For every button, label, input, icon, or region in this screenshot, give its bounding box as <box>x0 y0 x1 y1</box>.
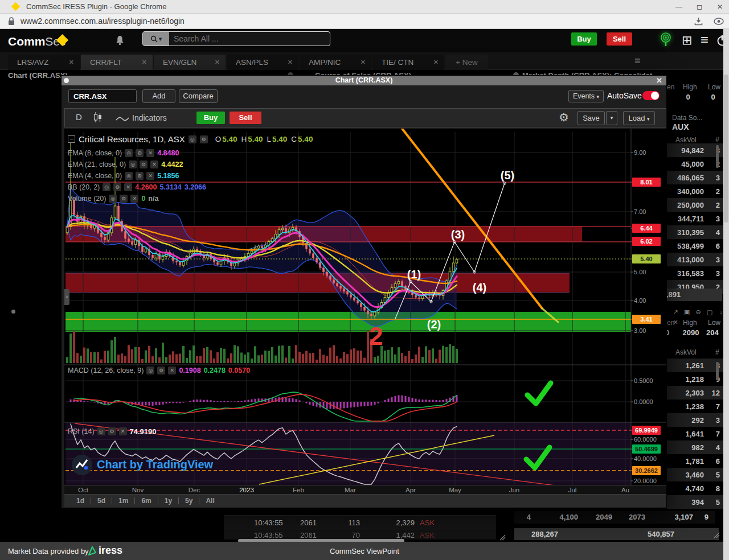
range-all[interactable]: All <box>199 497 220 505</box>
range-1m[interactable]: 1m <box>112 497 134 505</box>
gear-icon[interactable]: ⚙ <box>559 110 569 124</box>
chart-sell-button[interactable]: Sell <box>230 112 261 124</box>
depth-row[interactable]: 413,0003 <box>663 253 723 266</box>
add-button[interactable]: Add <box>142 89 175 103</box>
depth-row[interactable]: 3,4605 <box>663 468 723 481</box>
sidebar-scrollbar-thumb[interactable] <box>716 145 719 168</box>
ask-volume: 538,499 <box>663 242 704 250</box>
tab-crr-flt[interactable]: CRR/FLT✕ <box>81 55 153 70</box>
svg-text:7.00: 7.00 <box>634 208 646 215</box>
range-1d[interactable]: 1d <box>70 497 91 505</box>
window-close-icon[interactable]: ✕ <box>711 1 728 13</box>
ask-total: 540,857 <box>648 530 674 538</box>
save-button[interactable]: Save <box>578 111 605 125</box>
chart-window-close-icon[interactable]: ✕ <box>656 76 662 85</box>
chart-buy-button[interactable]: Buy <box>196 112 225 124</box>
window-title: CommSec IRESS Plugin - Google Chrome <box>26 2 166 11</box>
depth-row[interactable]: 1,6417 <box>663 427 723 440</box>
range-1y[interactable]: 1y <box>158 497 178 505</box>
tab-list-icon[interactable]: ≡ <box>634 55 641 67</box>
tradingview-attribution[interactable]: Chart by TradingView <box>97 458 213 471</box>
minimize-panel-icon[interactable]: ⊖ <box>693 308 704 316</box>
eye-icon[interactable] <box>714 18 724 25</box>
autosave-toggle[interactable] <box>642 91 660 100</box>
download-icon[interactable] <box>694 17 703 26</box>
save-options-button[interactable]: ▾ <box>606 111 617 125</box>
ask-volume: 394 <box>663 498 704 507</box>
depth-row[interactable]: 3945 <box>663 495 723 509</box>
url-text[interactable]: www2.commsec.com.au/iressplugin-net6/log… <box>21 17 185 26</box>
data-source-value: AUX <box>672 122 689 131</box>
depth-row[interactable]: 316,5833 <box>663 266 723 280</box>
add-panel-icon[interactable]: ⊞ <box>682 33 692 48</box>
depth-row[interactable]: 1,7816 <box>663 454 723 468</box>
depth-row[interactable]: 1,2387 <box>663 400 723 413</box>
left-dot-icon <box>11 310 15 314</box>
menu-icon[interactable]: ≡ <box>701 32 708 48</box>
tab-lrs-avz[interactable]: LRS/AVZ✕ <box>8 55 80 70</box>
ask-volume: 45,000 <box>663 160 704 168</box>
symbol-input[interactable] <box>68 89 137 103</box>
chart-window-titlebar[interactable]: Chart (CRR.ASX) <box>62 76 666 85</box>
depth-row[interactable]: 94,8423 <box>663 143 723 157</box>
depth-row[interactable]: 2923 <box>663 413 723 427</box>
pane-expand-handle[interactable]: › <box>64 289 69 305</box>
status-beacon-icon[interactable] <box>659 31 673 48</box>
tab-evn-gln[interactable]: EVN/GLN✕ <box>154 55 226 70</box>
depth-row[interactable]: 310,3954 <box>663 225 723 239</box>
trade-side: ASK <box>420 518 438 527</box>
time-axis[interactable]: OctNovDec2023FebMarAprMayJunJulAu <box>64 485 666 494</box>
depth-row[interactable]: 2,30312 <box>663 386 723 400</box>
bell-icon[interactable] <box>115 35 125 46</box>
order-count: 12 <box>704 389 720 397</box>
interval-button[interactable]: D <box>76 112 82 122</box>
search-input[interactable] <box>169 34 330 43</box>
tradingview-logo-icon[interactable] <box>72 455 92 475</box>
depth-row[interactable]: 4,7408 <box>663 481 723 495</box>
sidebar-scrollbar-thumb[interactable] <box>716 362 719 380</box>
split-icon[interactable]: ▢ <box>704 308 715 316</box>
candle-style-icon[interactable] <box>93 112 103 124</box>
depth-row[interactable]: 250,0002 <box>663 198 723 212</box>
load-dropdown[interactable]: Load ▾ <box>623 111 655 125</box>
tab-close-icon[interactable]: ✕ <box>433 59 444 66</box>
resize-handle-icon[interactable] <box>713 532 720 538</box>
header-sell-button[interactable]: Sell <box>607 32 632 46</box>
page-scrollbar[interactable] <box>723 29 729 560</box>
price-chart[interactable]: (1)(2)(3)(4)(5)29.008.017.006.446.025.40… <box>64 129 666 485</box>
search-scope-button[interactable]: ▾ <box>143 32 169 46</box>
tab-close-icon[interactable]: ✕ <box>215 59 226 66</box>
popout-icon[interactable]: ▣ <box>681 308 693 316</box>
depth-row[interactable]: 1,2618 <box>663 359 723 372</box>
ask-volume: 2,303 <box>663 389 704 397</box>
tab-asn-pls[interactable]: ASN/PLS✕ <box>227 55 298 70</box>
depth-row[interactable]: 9824 <box>663 440 723 454</box>
svg-text:5.40: 5.40 <box>640 256 652 262</box>
tab-close-icon[interactable]: ✕ <box>142 59 153 66</box>
depth-row[interactable]: 486,0653 <box>663 171 723 184</box>
expand-icon[interactable]: ↗ <box>670 308 681 316</box>
new-tab-button[interactable]: + New <box>445 55 488 70</box>
depth-row[interactable]: 340,0002 <box>663 184 723 198</box>
tab-close-icon[interactable]: ✕ <box>69 59 80 66</box>
window-restore-icon[interactable]: ◻ <box>691 1 708 13</box>
indicators-button[interactable]: Indicators <box>132 113 167 122</box>
range-5d[interactable]: 5d <box>91 497 112 505</box>
depth-row[interactable]: 1,2189 <box>663 372 723 386</box>
range-5y[interactable]: 5y <box>179 497 199 505</box>
tab-amp-nic[interactable]: AMP/NIC✕ <box>300 55 371 70</box>
trade-side: ASK <box>420 531 438 540</box>
events-dropdown[interactable]: Events ▾ <box>568 90 604 102</box>
header-buy-button[interactable]: Buy <box>571 32 597 46</box>
depth-row[interactable]: 538,4996 <box>663 239 723 253</box>
compare-button[interactable]: Compare <box>179 89 218 103</box>
page-scrollbar-thumb[interactable] <box>724 75 728 223</box>
tab-close-icon[interactable]: ✕ <box>361 59 371 66</box>
resize-handle-icon[interactable] <box>499 534 506 541</box>
depth-row[interactable]: 45,0002 <box>663 157 723 171</box>
depth-row[interactable]: 344,7113 <box>663 212 723 225</box>
window-minimize-icon[interactable]: — <box>670 1 687 13</box>
tab-close-icon[interactable]: ✕ <box>288 59 298 66</box>
range-6m[interactable]: 6m <box>135 497 157 505</box>
tab-tie-ctn[interactable]: TIE/ CTN✕ <box>372 55 444 70</box>
